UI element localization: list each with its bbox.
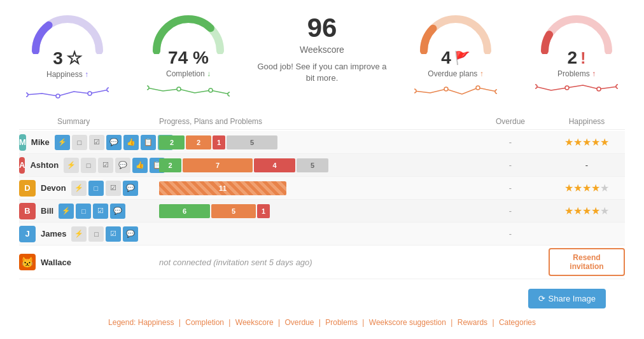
happiness-ashton: - bbox=[549, 160, 625, 170]
happiness-label: Happiness ↑ bbox=[46, 70, 88, 79]
metrics-section: 3 ☆ Happiness ↑ 74 % Completion ↓ bbox=[0, 0, 644, 107]
completion-sparkline bbox=[147, 81, 230, 100]
actions-devon[interactable]: ⚡ □ ☑ 💬 bbox=[71, 181, 138, 196]
gauge-overdue bbox=[417, 13, 494, 54]
gauge-completion bbox=[150, 13, 227, 54]
legend-problems[interactable]: Problems bbox=[325, 318, 358, 327]
svg-point-15 bbox=[616, 85, 618, 88]
prog-bar: 4 bbox=[254, 158, 295, 172]
check-btn[interactable]: ☑ bbox=[93, 204, 108, 219]
person-cell-devon: D Devon ⚡ □ ☑ 💬 bbox=[19, 180, 159, 197]
name-james: James bbox=[41, 229, 66, 239]
thumb-btn[interactable]: 👍 bbox=[123, 135, 139, 150]
legend-overdue[interactable]: Overdue bbox=[284, 318, 314, 327]
share-icon: ⟳ bbox=[538, 294, 545, 303]
actions-bill[interactable]: ⚡ □ ☑ 💬 bbox=[59, 204, 125, 219]
name-mike: Mike bbox=[31, 137, 50, 147]
progress-header: Progress, Plans and Problems bbox=[159, 117, 472, 126]
legend-happiness[interactable]: Happiness bbox=[138, 318, 174, 327]
table-row: M Mike ⚡ □ ☑ 💬 👍 📋 ○ 2 2 1 5 - ★★★★★ bbox=[19, 131, 625, 154]
avatar-devon: D bbox=[19, 180, 36, 197]
svg-point-14 bbox=[597, 87, 601, 91]
gauge-happiness bbox=[29, 13, 106, 54]
completion-trend: ↓ bbox=[207, 69, 211, 78]
bolt-btn[interactable]: ⚡ bbox=[64, 158, 79, 173]
weekscore-label: Weekscore bbox=[300, 45, 344, 55]
person-cell-mike: M Mike ⚡ □ ☑ 💬 👍 📋 ○ bbox=[19, 134, 159, 151]
chat-btn[interactable]: 💬 bbox=[123, 181, 138, 196]
square-btn[interactable]: □ bbox=[88, 226, 104, 242]
legend-categories[interactable]: Categories bbox=[499, 318, 536, 327]
svg-point-13 bbox=[565, 86, 569, 90]
person-cell-wallace: 😾 Wallace bbox=[19, 254, 159, 270]
check-btn[interactable]: ☑ bbox=[98, 158, 113, 173]
chat-btn[interactable]: 💬 bbox=[110, 204, 125, 219]
progress-cell-devon: 11 bbox=[159, 181, 472, 195]
svg-point-3 bbox=[107, 88, 109, 92]
weekscore-value: 96 bbox=[307, 13, 337, 43]
avatar-mike: M bbox=[19, 134, 26, 151]
legend-completion[interactable]: Completion bbox=[185, 318, 224, 327]
happiness-devon: ★★★★★ bbox=[549, 182, 625, 194]
happiness-mike: ★★★★★ bbox=[549, 136, 625, 148]
check-btn[interactable]: ☑ bbox=[106, 226, 121, 242]
thumb-btn[interactable]: 👍 bbox=[132, 158, 148, 173]
bolt-btn[interactable]: ⚡ bbox=[55, 135, 70, 150]
svg-point-0 bbox=[26, 93, 28, 97]
share-image-button[interactable]: ⟳ Share Image bbox=[528, 289, 606, 308]
svg-point-10 bbox=[476, 86, 480, 90]
square-btn[interactable]: □ bbox=[88, 181, 104, 196]
progress-cell-ashton: 2 7 4 5 bbox=[159, 158, 472, 172]
table-row-wallace: 😾 Wallace not connected (invitation sent… bbox=[19, 246, 625, 279]
overdue-bill: - bbox=[472, 206, 549, 216]
prog-bar: 5 bbox=[227, 135, 277, 149]
legend-rewards[interactable]: Rewards bbox=[458, 318, 487, 327]
actions-mike[interactable]: ⚡ □ ☑ 💬 👍 📋 ○ bbox=[55, 135, 173, 150]
wallace-actions: Resend invitation bbox=[549, 248, 625, 276]
person-cell-ashton: A Ashton ⚡ □ ☑ 💬 👍 📋 bbox=[19, 157, 159, 174]
svg-point-7 bbox=[228, 92, 230, 96]
happiness-trend: ↑ bbox=[85, 70, 88, 79]
table-header: Summary Progress, Plans and Problems Ove… bbox=[19, 114, 625, 130]
team-table: Summary Progress, Plans and Problems Ove… bbox=[0, 107, 644, 286]
avatar-james: J bbox=[19, 226, 36, 242]
overdue-label: Overdue plans ↑ bbox=[428, 69, 483, 78]
name-wallace: Wallace bbox=[41, 258, 71, 267]
table-row: D Devon ⚡ □ ☑ 💬 11 - ★★★★★ bbox=[19, 177, 625, 200]
avatar-ashton: A bbox=[19, 157, 25, 174]
legend-weekscore-suggestion[interactable]: Weekscore suggestion bbox=[369, 318, 446, 327]
prog-bar: 7 bbox=[183, 158, 253, 172]
chat-btn[interactable]: 💬 bbox=[115, 158, 130, 173]
metric-problems: 2 ! Problems ↑ bbox=[519, 13, 634, 100]
metric-overdue: 4 🚩 Overdue plans ↑ bbox=[398, 13, 513, 100]
problems-sparkline bbox=[535, 81, 618, 100]
overdue-ashton: - bbox=[472, 160, 549, 170]
legend-label: Legend: bbox=[108, 318, 136, 327]
svg-point-2 bbox=[88, 92, 92, 95]
square-btn[interactable]: □ bbox=[81, 158, 96, 173]
check-btn[interactable]: ☑ bbox=[106, 181, 121, 196]
resend-invitation-button[interactable]: Resend invitation bbox=[549, 248, 625, 276]
bolt-btn[interactable]: ⚡ bbox=[59, 204, 74, 219]
legend-weekscore[interactable]: Weekscore bbox=[235, 318, 274, 327]
svg-point-5 bbox=[177, 87, 181, 91]
chat-btn[interactable]: 💬 bbox=[106, 135, 122, 150]
overdue-sparkline bbox=[414, 81, 497, 100]
actions-james[interactable]: ⚡ □ ☑ 💬 bbox=[71, 226, 138, 242]
svg-point-9 bbox=[444, 87, 448, 91]
check-btn[interactable]: ☑ bbox=[89, 135, 104, 150]
svg-point-6 bbox=[209, 88, 213, 92]
prog-bar: 1 bbox=[257, 204, 270, 218]
bolt-btn[interactable]: ⚡ bbox=[71, 226, 87, 242]
square-btn[interactable]: □ bbox=[76, 204, 91, 219]
chat-btn[interactable]: 💬 bbox=[123, 226, 138, 242]
prog-bar: 5 bbox=[211, 204, 256, 218]
actions-ashton[interactable]: ⚡ □ ☑ 💬 👍 📋 bbox=[64, 158, 165, 173]
book-btn[interactable]: 📋 bbox=[141, 135, 156, 150]
happiness-bill: ★★★★★ bbox=[549, 205, 625, 217]
square-btn[interactable]: □ bbox=[72, 135, 87, 150]
weekscore-good-text: Good job! See if you can improve a bit m… bbox=[252, 61, 392, 84]
bolt-btn[interactable]: ⚡ bbox=[71, 181, 87, 196]
person-cell-bill: B Bill ⚡ □ ☑ 💬 bbox=[19, 203, 159, 219]
prog-bar: 6 bbox=[159, 204, 210, 218]
